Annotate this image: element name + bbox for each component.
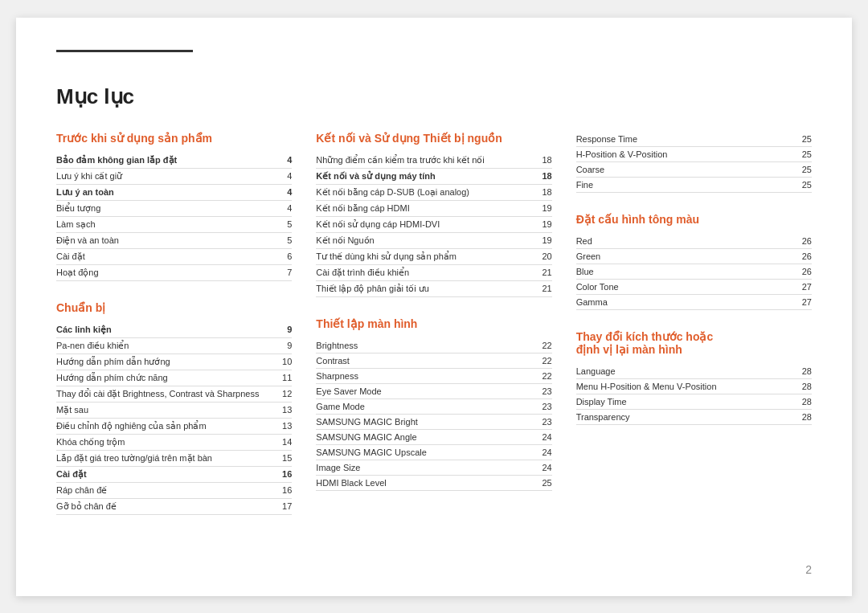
column-1: Trước khi sử dụng sản phẩm Bảo đảm không… <box>56 132 316 535</box>
toc-page-num: 16 <box>276 466 292 482</box>
toc-table-1: Bảo đảm không gian lắp đặt4Lưu ý khi cất… <box>56 153 292 281</box>
toc-label: Ráp chân đế <box>56 482 276 498</box>
toc-label: Làm sạch <box>56 216 276 232</box>
toc-row: Brightness22 <box>316 338 551 353</box>
toc-row: Lưu ý an toàn4 <box>56 184 292 200</box>
toc-row: Kết nối Nguồn19 <box>316 232 551 248</box>
toc-label: Red <box>576 234 796 249</box>
toc-row: Red26 <box>576 234 812 249</box>
section-title-6: Thay đổi kích thước hoặcđịnh vị lại màn … <box>576 330 812 356</box>
toc-row: Coarse25 <box>576 161 812 177</box>
toc-label: Kết nối và sử dụng máy tính <box>316 168 535 184</box>
section-dat-cau-hinh: Đặt cấu hình tông màu Red26Green26Blue26… <box>576 213 812 310</box>
toc-row: HDMI Black Level25 <box>316 475 551 490</box>
toc-page-num: 24 <box>536 444 552 460</box>
toc-row: Cài đặt trình điều khiển21 <box>316 264 551 280</box>
toc-page-num: 23 <box>536 414 552 429</box>
toc-page-num: 4 <box>276 153 292 169</box>
toc-table-5: Response Time25H-Position & V-Position25… <box>576 132 812 193</box>
toc-page-num: 22 <box>536 338 552 353</box>
toc-row: Hướng dẫn phím chức năng11 <box>56 370 292 386</box>
toc-page-num: 6 <box>276 248 292 264</box>
section-response: Response Time25H-Position & V-Position25… <box>576 132 812 193</box>
toc-label: Tư thế dùng khi sử dụng sản phẩm <box>316 248 535 264</box>
toc-page-num: 17 <box>276 498 292 514</box>
toc-row: Mặt sau13 <box>56 402 292 418</box>
toc-label: Lưu ý an toàn <box>56 184 276 200</box>
toc-row: Làm sạch5 <box>56 216 292 232</box>
toc-row: Kết nối bằng cáp D-SUB (Loại analog)18 <box>316 184 551 200</box>
toc-row: Display Time28 <box>576 394 812 409</box>
toc-page-num: 28 <box>796 364 812 379</box>
section-truoc-khi: Trước khi sử dụng sản phẩm Bảo đảm không… <box>56 132 292 281</box>
toc-label: Pa-nen điều khiển <box>56 337 276 353</box>
toc-row: Tư thế dùng khi sử dụng sản phẩm20 <box>316 248 551 264</box>
toc-page-num: 28 <box>796 394 812 409</box>
section-chuan-bi: Chuẩn bị Các linh kiện9Pa-nen điều khiển… <box>56 301 292 515</box>
toc-label: Sharpness <box>316 368 535 383</box>
toc-page-num: 21 <box>536 264 552 280</box>
toc-label: Hướng dẫn phím chức năng <box>56 370 276 386</box>
toc-page-num: 5 <box>276 216 292 232</box>
toc-page-num: 25 <box>796 177 812 192</box>
toc-label: Transparency <box>576 409 796 424</box>
toc-row: Eye Saver Mode23 <box>316 383 551 398</box>
toc-row: Kết nối bằng cáp HDMI19 <box>316 200 551 216</box>
toc-row: SAMSUNG MAGIC Bright23 <box>316 414 551 429</box>
toc-page-num: 16 <box>276 482 292 498</box>
section-thiet-lap: Thiết lập màn hình Brightness22Contrast2… <box>316 317 551 491</box>
toc-label: Blue <box>576 264 796 279</box>
toc-page-num: 18 <box>536 153 552 169</box>
title-bar <box>56 50 193 60</box>
toc-label: Green <box>576 248 796 264</box>
toc-label: SAMSUNG MAGIC Upscale <box>316 444 535 460</box>
toc-page-num: 13 <box>276 402 292 418</box>
toc-label: SAMSUNG MAGIC Angle <box>316 429 535 444</box>
toc-page-num: 25 <box>796 161 812 177</box>
toc-row: Điều chỉnh độ nghiêng của sản phẩm13 <box>56 418 292 434</box>
toc-label: Language <box>576 364 796 379</box>
toc-label: Điện và an toàn <box>56 232 276 248</box>
toc-label: Các linh kiện <box>56 322 276 338</box>
toc-label: Biểu tượng <box>56 200 276 216</box>
toc-row: Gamma27 <box>576 294 812 309</box>
toc-row: Hướng dẫn phím dẫn hướng10 <box>56 353 292 370</box>
toc-label: Brightness <box>316 338 535 353</box>
toc-row: Ráp chân đế16 <box>56 482 292 498</box>
toc-label: Contrast <box>316 353 535 368</box>
toc-row: SAMSUNG MAGIC Upscale24 <box>316 444 551 460</box>
toc-page-num: 19 <box>536 216 552 232</box>
toc-row: Gỡ bỏ chân đế17 <box>56 498 292 514</box>
toc-label: Kết nối bằng cáp HDMI <box>316 200 535 216</box>
toc-row: Transparency28 <box>576 409 812 424</box>
column-3: Response Time25H-Position & V-Position25… <box>576 132 812 535</box>
toc-label: Cài đặt <box>56 248 276 264</box>
toc-row: Contrast22 <box>316 353 551 368</box>
toc-label: Mặt sau <box>56 402 276 418</box>
toc-row: SAMSUNG MAGIC Angle24 <box>316 429 551 444</box>
toc-page-num: 7 <box>276 264 292 280</box>
toc-page-num: 12 <box>276 386 292 402</box>
toc-page-num: 13 <box>276 418 292 434</box>
toc-row: Kết nối sử dụng cáp HDMI-DVI19 <box>316 216 551 232</box>
toc-row: Điện và an toàn5 <box>56 232 292 248</box>
toc-page-num: 26 <box>796 248 812 264</box>
toc-page-num: 23 <box>536 398 552 414</box>
toc-row: Fine25 <box>576 177 812 192</box>
toc-page-num: 18 <box>536 184 552 200</box>
toc-label: Color Tone <box>576 279 796 294</box>
toc-row: Cài đặt16 <box>56 466 292 482</box>
toc-page-num: 9 <box>276 322 292 338</box>
toc-label: Image Size <box>316 460 535 475</box>
toc-row: Những điểm cần kiểm tra trước khi kết nố… <box>316 153 551 169</box>
toc-row: Game Mode23 <box>316 398 551 414</box>
toc-page-num: 5 <box>276 232 292 248</box>
toc-label: Khóa chống trộm <box>56 434 276 450</box>
toc-page-num: 24 <box>536 460 552 475</box>
toc-page-num: 26 <box>796 264 812 279</box>
toc-page-num: 26 <box>796 234 812 249</box>
toc-row: Color Tone27 <box>576 279 812 294</box>
toc-label: Cài đặt trình điều khiển <box>316 264 535 280</box>
toc-table-4: Brightness22Contrast22Sharpness22Eye Sav… <box>316 338 551 491</box>
section-ket-noi: Kết nối và Sử dụng Thiết bị nguồn Những … <box>316 132 551 297</box>
